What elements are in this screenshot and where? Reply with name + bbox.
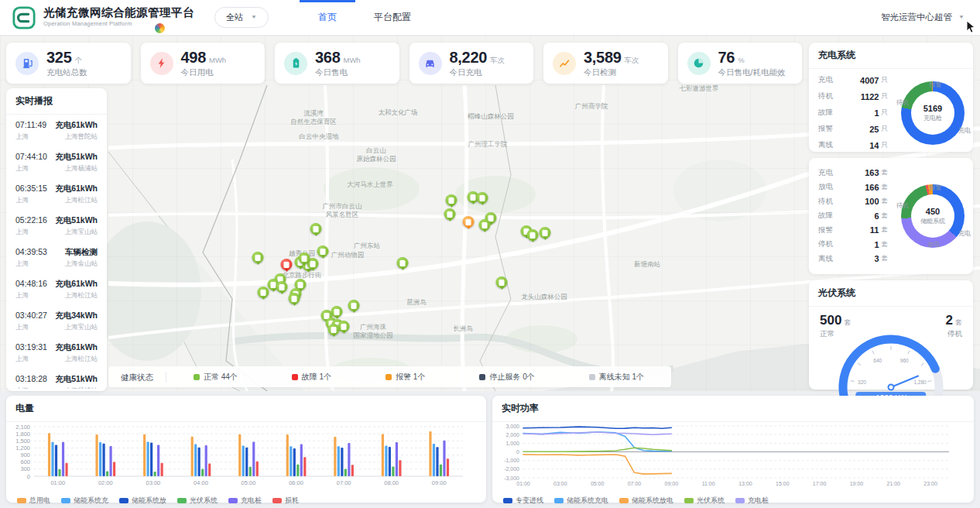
stat-row: 报警25只: [818, 121, 893, 137]
station-marker-normal[interactable]: [496, 276, 508, 288]
tab-home[interactable]: 首页: [300, 0, 355, 36]
legend-item[interactable]: 总用电: [17, 496, 50, 506]
svg-text:05:00: 05:00: [591, 481, 605, 486]
map-place-label: 白云中央湿地: [300, 132, 339, 141]
charging-pile-icon: [279, 284, 285, 290]
map-place-label: 广州市白云山 风景名胜区: [323, 202, 362, 218]
legend-item[interactable]: 充电桩: [735, 496, 769, 506]
map-place-label: 七彩遨游世界: [680, 84, 719, 93]
page-subtitle: Operation Management Platform: [43, 21, 194, 27]
legend-item[interactable]: 充电桩: [228, 496, 262, 506]
chevron-down-icon: ▼: [251, 15, 257, 20]
legend-item[interactable]: 储能系统放电: [619, 496, 673, 506]
station-marker-normal[interactable]: [477, 192, 488, 204]
station-marker-normal[interactable]: [310, 223, 322, 235]
kpi-row: 325个充电站总数498MWh今日用电368MWh今日售电8,220车次今日充电…: [6, 43, 802, 84]
charging-pile-icon: [314, 226, 319, 232]
svg-text:07:00: 07:00: [337, 479, 351, 486]
kpi-unit: MWh: [343, 56, 360, 64]
legend-swatch: [228, 498, 238, 503]
kpi-label: 今日用电: [181, 67, 227, 78]
svg-text:23:00: 23:00: [923, 481, 937, 486]
charging-pile-icon: [466, 219, 471, 225]
svg-text:06:00: 06:00: [289, 479, 303, 486]
battery-icon: [284, 52, 307, 75]
legend-item[interactable]: 储能系统充: [61, 496, 108, 506]
station-marker-normal[interactable]: [397, 257, 409, 269]
station-marker-fault[interactable]: [281, 259, 293, 270]
station-marker-normal[interactable]: [289, 293, 300, 304]
site-selector-dropdown[interactable]: 全站 ▼: [214, 7, 269, 28]
charging-donut-label: 充电枪: [923, 114, 942, 122]
station-marker-normal[interactable]: [338, 321, 350, 332]
svg-text:01:00: 01:00: [50, 479, 65, 486]
legend-swatch: [119, 498, 128, 503]
kpi-card-1: 498MWh今日用电: [141, 43, 266, 84]
legend-swatch: [272, 498, 282, 503]
kpi-unit: MWh: [209, 56, 226, 64]
station-marker-normal[interactable]: [540, 227, 551, 239]
svg-text:05:00: 05:00: [242, 479, 256, 486]
station-marker-normal[interactable]: [328, 324, 340, 335]
station-marker-normal[interactable]: [252, 252, 264, 263]
broadcast-item: 05:22:16充电51kWh上海上海宝山站: [15, 210, 98, 242]
charging-donut-chart: 5169 充电枪 报警待机充电: [901, 81, 965, 145]
station-marker-normal[interactable]: [444, 208, 456, 220]
legend-item[interactable]: 损耗: [272, 496, 299, 506]
station-marker-normal[interactable]: [479, 219, 491, 231]
station-marker-normal[interactable]: [276, 281, 288, 293]
stat-row: 故障6套: [818, 209, 893, 224]
charging-pile-icon: [255, 255, 261, 261]
donut-callout-label: 待机: [896, 98, 909, 107]
broadcast-item: 03:18:28充电51kWh上海上海杨浦站: [15, 369, 98, 389]
broadcast-list: 07:11:49充电61kWh上海上海普陀站07:44:10充电51kWh上海上…: [6, 115, 107, 389]
station-marker-normal[interactable]: [446, 194, 457, 206]
svg-text:07:00: 07:00: [628, 481, 642, 486]
legend-item[interactable]: 光伏系统: [177, 496, 218, 506]
storage-donut-label: 储能系统: [920, 217, 945, 225]
donut-callout-label: 充电: [958, 229, 971, 238]
kpi-value: 368: [315, 49, 340, 67]
charging-station-icon: [15, 52, 39, 75]
storage-donut-chart: 450 储能系统 报警待机充电放电: [901, 184, 965, 248]
charging-pile-icon: [298, 282, 303, 288]
station-marker-normal[interactable]: [299, 252, 310, 264]
broadcast-item: 04:39:53车辆检测上海上海金山站: [15, 242, 98, 273]
legend-item[interactable]: 储能系统充电: [554, 496, 608, 506]
legend-item[interactable]: 储能系统放: [119, 496, 166, 506]
station-marker-normal[interactable]: [331, 306, 343, 318]
charging-pile-icon: [530, 232, 536, 239]
stat-row: 报警11套: [818, 223, 893, 238]
donut-callout-label: 待机: [896, 201, 909, 210]
svg-text:300: 300: [20, 465, 30, 472]
stat-row: 待机100套: [818, 194, 893, 209]
kpi-label: 充电站总数: [46, 67, 87, 78]
legend-item[interactable]: 专变进线: [503, 496, 543, 506]
charging-pile-icon: [449, 197, 454, 204]
legend-swatch: [619, 498, 629, 503]
broadcast-item: 03:40:27充电34kWh上海上海宝山站: [15, 305, 98, 337]
charging-pile-icon: [400, 260, 406, 266]
status-dot: [292, 374, 298, 380]
map-place-label: 广州东站: [354, 242, 380, 250]
station-marker-normal[interactable]: [348, 300, 360, 311]
station-marker-normal[interactable]: [317, 245, 329, 257]
colorful-badge-icon: [155, 23, 165, 33]
svg-text:09:00: 09:00: [665, 481, 679, 486]
energy-bar-chart: 03006009001,2001,5001,8002,10001:0002:00…: [6, 422, 471, 492]
legend-item[interactable]: 光伏系统: [684, 496, 725, 506]
status-dot: [385, 374, 392, 380]
svg-text:900: 900: [20, 451, 30, 458]
station-marker-normal[interactable]: [527, 229, 539, 241]
storage-system-panel: 充电163套放电166套待机100套故障6套报警11套停机1套离线3套 450 …: [809, 158, 973, 274]
station-marker-alarm[interactable]: [463, 216, 475, 228]
station-marker-normal[interactable]: [258, 287, 269, 298]
charging-pile-icon: [292, 296, 297, 302]
svg-text:3,000: 3,000: [505, 424, 519, 429]
site-selector-value: 全站: [226, 12, 243, 23]
tab-platform-config[interactable]: 平台配置: [355, 0, 430, 36]
map-place-label: 太和文化广场: [379, 108, 418, 117]
user-menu[interactable]: 智光运营中心超管 ▼: [881, 12, 965, 23]
kpi-value: 3,589: [584, 49, 622, 67]
svg-text:03:00: 03:00: [553, 481, 567, 486]
